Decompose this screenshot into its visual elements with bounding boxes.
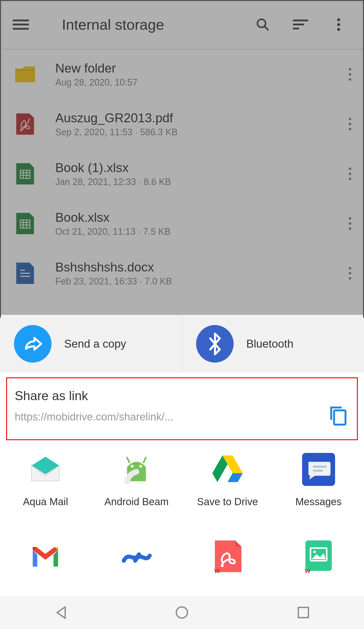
gmail-icon bbox=[29, 540, 62, 573]
svg-text:w: w bbox=[214, 567, 220, 573]
app-label: Save to Drive bbox=[197, 496, 258, 507]
svg-point-34 bbox=[313, 551, 316, 553]
send-copy-label: Send a copy bbox=[64, 337, 126, 350]
messages-icon bbox=[302, 453, 335, 486]
wps-image-icon: w bbox=[302, 540, 335, 573]
copy-icon[interactable] bbox=[326, 404, 349, 427]
share-link-title: Share as link bbox=[15, 388, 319, 403]
android-beam-icon bbox=[120, 453, 153, 486]
send-row: Send a copy Bluetooth bbox=[0, 315, 364, 373]
svg-point-36 bbox=[176, 607, 187, 618]
share-target-wps-image[interactable]: w bbox=[273, 540, 364, 573]
share-arrow-icon bbox=[14, 325, 51, 363]
share-app-grid: Aqua Mail Android Beam Save to Drive Mes… bbox=[0, 448, 364, 606]
app-label: Android Beam bbox=[104, 496, 168, 507]
send-copy-button[interactable]: Send a copy bbox=[0, 315, 182, 373]
share-target-drive[interactable]: Save to Drive bbox=[182, 453, 273, 507]
system-nav-bar bbox=[0, 596, 364, 629]
svg-line-24 bbox=[127, 458, 129, 463]
share-target-wave[interactable] bbox=[91, 540, 182, 573]
app-label: Aqua Mail bbox=[23, 496, 68, 507]
svg-line-25 bbox=[144, 458, 146, 463]
svg-rect-23 bbox=[334, 410, 345, 424]
share-target-wps-pdf[interactable]: w bbox=[182, 540, 273, 573]
bluetooth-button[interactable]: Bluetooth bbox=[182, 315, 364, 373]
svg-rect-32 bbox=[305, 540, 332, 571]
svg-rect-29 bbox=[313, 466, 327, 468]
svg-point-26 bbox=[131, 465, 134, 468]
wave-icon bbox=[120, 540, 153, 573]
svg-point-27 bbox=[139, 465, 142, 468]
share-sheet: Send a copy Bluetooth Share as link http… bbox=[0, 315, 364, 629]
share-link-box[interactable]: Share as link https://mobidrive.com/shar… bbox=[6, 377, 358, 440]
bluetooth-label: Bluetooth bbox=[246, 337, 293, 350]
svg-text:w: w bbox=[305, 567, 310, 573]
svg-rect-30 bbox=[313, 470, 323, 472]
drive-icon bbox=[211, 453, 244, 486]
recent-button[interactable] bbox=[296, 605, 311, 620]
share-target-aqua-mail[interactable]: Aqua Mail bbox=[0, 453, 91, 507]
share-link-url: https://mobidrive.com/sharelink/... bbox=[15, 411, 319, 423]
bluetooth-icon bbox=[196, 325, 234, 363]
svg-rect-37 bbox=[298, 607, 308, 618]
app-label: Messages bbox=[295, 496, 341, 507]
home-button[interactable] bbox=[174, 605, 189, 620]
back-button[interactable] bbox=[53, 605, 68, 620]
share-target-messages[interactable]: Messages bbox=[273, 453, 364, 507]
share-target-android-beam[interactable]: Android Beam bbox=[91, 453, 182, 507]
share-target-gmail[interactable] bbox=[0, 540, 91, 573]
dim-overlay[interactable] bbox=[0, 0, 364, 315]
aqua-mail-icon bbox=[29, 453, 62, 486]
wps-pdf-icon: w bbox=[211, 540, 244, 573]
